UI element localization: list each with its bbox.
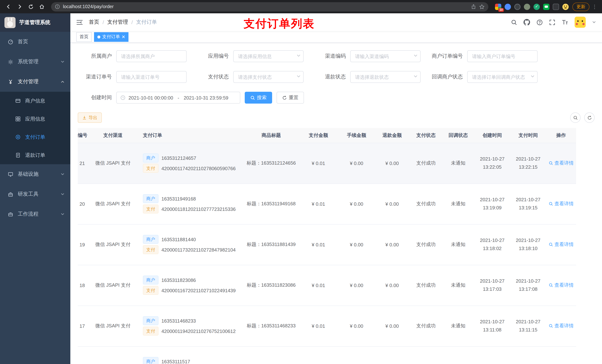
merchant-order-no: 1635311949168 [161, 196, 196, 201]
chevron-down-icon [531, 75, 535, 78]
cell-fee: ¥ 0.00 [339, 143, 374, 184]
column-header: 编号 [78, 128, 89, 143]
table-row: 19 微信 JSAPI 支付 商户 1635311881440 支付 [78, 224, 576, 265]
column-header: 回调状态 [442, 128, 474, 143]
top-navbar: 首页 / 支付管理 / 支付订单 支付订单列表 [70, 13, 602, 31]
sidebar-item-refund-order[interactable]: 退款订单 [0, 146, 70, 164]
extension-green-check-icon[interactable] [534, 3, 540, 10]
home-icon[interactable] [37, 2, 47, 11]
search-icon[interactable] [511, 19, 517, 25]
extension-dark-globe-icon[interactable] [514, 3, 521, 10]
github-icon[interactable] [524, 19, 530, 26]
tab-home[interactable]: 首页 [76, 32, 92, 42]
refund-status-select[interactable] [350, 71, 420, 83]
chrome-menu-icon[interactable]: ⋮ [591, 4, 598, 10]
date-end-value: 2021-10-31 23:59:59 [184, 95, 228, 100]
page-content: 所属商户 应用编号 渠道编码 商户订单编号 [70, 43, 602, 364]
sidebar-item-merchant-info[interactable]: 商户信息 [0, 92, 70, 110]
cell-notify-status: 未通知 [442, 224, 474, 265]
merchant-tag: 商户 [143, 154, 159, 162]
column-header: 商品标题 [244, 128, 298, 143]
bookmark-star-icon[interactable] [479, 4, 485, 10]
breadcrumb: 首页 / 支付管理 / 支付订单 [89, 19, 157, 26]
sidebar-item-payment[interactable]: 支付管理 [0, 72, 70, 92]
user-avatar[interactable] [575, 17, 586, 28]
toggle-search-button[interactable] [570, 113, 580, 123]
breadcrumb-pay-manage[interactable]: 支付管理 [107, 19, 128, 26]
tab-pay-order[interactable]: 支付订单 [94, 32, 129, 42]
export-button[interactable]: 导出 [78, 113, 102, 123]
address-bar[interactable]: localhost:1024/pay/order [51, 2, 488, 11]
breadcrumb-home[interactable]: 首页 [89, 19, 99, 26]
page-title-annotation: 支付订单列表 [244, 16, 315, 31]
extensions-area: 10 [493, 3, 571, 10]
app-no-select[interactable] [233, 50, 304, 62]
cell-status: 支付成功 [410, 184, 442, 224]
sidebar-item-devtools[interactable]: 研发工具 [0, 184, 70, 204]
merchant-select[interactable] [116, 50, 187, 62]
site-info-icon[interactable] [55, 4, 60, 9]
breadcrumb-separator: / [131, 19, 133, 25]
font-size-icon[interactable] [562, 19, 568, 25]
cell-create-time: 2021-10-2713:18:02 [474, 224, 510, 265]
column-header: 手续金额 [339, 128, 374, 143]
refresh-table-button[interactable] [584, 113, 595, 123]
create-time-range-picker[interactable]: 2021-10-01 00:00:00 - 2021-10-31 23:59:5… [116, 92, 240, 104]
cell-channel: 微信 JSAPI 支付 [89, 224, 137, 265]
column-header: 支付状态 [410, 128, 442, 143]
cell-pay-time: 2021-10-2713:17:08 [510, 265, 546, 306]
extension-grid-icon[interactable]: 10 [495, 3, 501, 10]
view-detail-link[interactable]: 查看详情 [548, 322, 574, 329]
view-detail-link[interactable]: 查看详情 [548, 282, 574, 289]
cell-create-time: 2021-10-2713:19:09 [474, 184, 510, 224]
pay-status-select[interactable] [233, 71, 304, 83]
active-tab-dot [97, 35, 100, 38]
back-icon[interactable] [4, 2, 13, 11]
hamburger-icon[interactable] [76, 20, 83, 25]
reset-button[interactable]: 重置 [277, 92, 304, 104]
pay-tag: 支付 [143, 205, 159, 213]
extension-dark-icon[interactable] [553, 3, 559, 10]
chevron-down-icon [61, 193, 64, 196]
sidebar-item-workflow[interactable]: 工作流程 [0, 204, 70, 224]
extension-olive-icon[interactable] [524, 3, 530, 10]
cell-fee: ¥ 0.00 [339, 265, 374, 306]
channel-order-no-input[interactable] [116, 71, 187, 83]
avatar-caret-icon[interactable] [592, 21, 596, 24]
sidebar-item-home[interactable]: 首页 [0, 32, 70, 52]
column-header: 退款金额 [374, 128, 410, 143]
cell-fee: ¥ 0.00 [339, 224, 374, 265]
help-icon[interactable] [537, 19, 543, 25]
share-icon[interactable] [471, 4, 476, 9]
sidebar-item-app-info[interactable]: 应用信息 [0, 110, 70, 128]
cell-refund: ¥ 0.00 [374, 265, 410, 306]
merchant-order-no-input[interactable] [467, 50, 538, 62]
chrome-update-button[interactable]: 更新 [572, 2, 589, 11]
toolbox-icon [7, 191, 13, 197]
fullscreen-icon[interactable] [549, 19, 555, 25]
cell-status: 支付成功 [410, 224, 442, 265]
pay-tag: 支付 [143, 327, 159, 335]
forward-icon[interactable] [15, 2, 24, 11]
notify-status-select[interactable] [467, 71, 538, 83]
channel-code-select[interactable] [350, 50, 420, 62]
close-tab-icon[interactable] [122, 35, 125, 39]
sidebar-item-pay-order[interactable]: 支付订单 [0, 128, 70, 146]
extension-emoji-icon[interactable] [562, 3, 569, 10]
table-toolbar: 导出 [78, 113, 595, 123]
view-detail-link[interactable]: 查看详情 [548, 241, 574, 248]
reload-icon[interactable] [26, 2, 35, 11]
extension-chat-icon[interactable] [543, 3, 549, 10]
sidebar-item-system[interactable]: 系统管理 [0, 52, 70, 72]
browser-toolbar: localhost:1024/pay/order 10 更新 ⋮ [0, 0, 602, 13]
cell-pay-time: 2021-10-2713:18:10 [510, 224, 546, 265]
view-detail-link[interactable]: 查看详情 [548, 160, 574, 166]
sidebar-item-infra[interactable]: 基础设施 [0, 164, 70, 184]
extension-blue-icon[interactable] [505, 3, 511, 10]
clock-icon [120, 95, 126, 100]
briefcase-icon [7, 211, 13, 217]
search-button[interactable]: 搜索 [245, 92, 272, 104]
cell-pay-time: 2021-10-2713:11:15 [510, 306, 546, 346]
view-detail-link[interactable]: 查看详情 [548, 200, 574, 207]
app-logo[interactable]: 芋道管理系统 [0, 13, 70, 32]
